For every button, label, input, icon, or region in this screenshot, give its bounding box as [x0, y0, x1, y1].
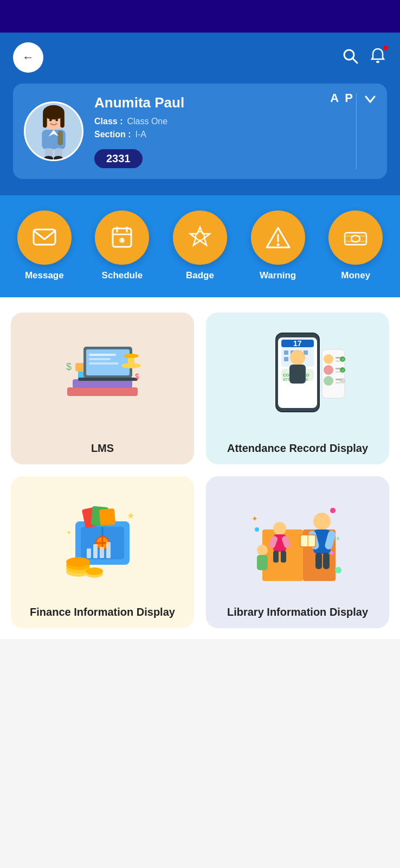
svg-rect-56 — [284, 357, 288, 361]
svg-rect-39 — [89, 358, 111, 360]
section-label: Section : — [94, 130, 131, 139]
svg-point-112 — [257, 545, 268, 556]
search-icon[interactable] — [341, 47, 359, 68]
svg-rect-113 — [257, 555, 268, 570]
svg-rect-110 — [273, 551, 279, 563]
svg-rect-38 — [89, 354, 116, 356]
notification-icon[interactable] — [369, 47, 387, 69]
svg-text:★: ★ — [336, 535, 340, 541]
svg-rect-85 — [99, 508, 116, 525]
badge-label: Badge — [186, 270, 214, 281]
warning-circle — [251, 210, 305, 265]
section-row: Section : I-A — [94, 130, 376, 139]
svg-rect-7 — [60, 112, 64, 127]
library-card[interactable]: ✦ ★ Library Information Display — [206, 476, 389, 628]
svg-rect-41 — [78, 378, 138, 381]
header-icons — [341, 47, 387, 69]
svg-point-71 — [324, 376, 333, 386]
svg-rect-104 — [315, 553, 322, 569]
lms-image: $ $ — [11, 312, 194, 435]
action-schedule[interactable]: Schedule — [95, 210, 149, 281]
svg-point-91 — [86, 567, 103, 575]
action-money[interactable]: Money — [328, 210, 383, 281]
schedule-circle — [95, 210, 149, 265]
profile-divider — [356, 93, 357, 170]
warning-label: Warning — [260, 270, 296, 281]
svg-point-106 — [273, 522, 286, 535]
svg-text:17: 17 — [293, 339, 302, 348]
svg-text:✓: ✓ — [341, 358, 345, 361]
svg-point-66 — [324, 365, 333, 375]
svg-point-24 — [196, 232, 204, 240]
svg-rect-28 — [345, 233, 366, 245]
library-label: Library Information Display — [222, 598, 373, 628]
svg-rect-95 — [93, 544, 98, 558]
svg-point-44 — [124, 354, 139, 358]
avatar — [24, 101, 83, 161]
action-message[interactable]: Message — [17, 210, 72, 281]
svg-text:$: $ — [66, 361, 72, 372]
svg-point-74 — [340, 378, 345, 384]
svg-rect-68 — [336, 371, 340, 373]
library-image: ✦ ★ — [206, 476, 389, 598]
svg-rect-6 — [43, 112, 47, 127]
svg-rect-52 — [284, 350, 288, 355]
svg-point-29 — [351, 235, 360, 242]
svg-point-116 — [330, 508, 336, 513]
svg-rect-63 — [336, 360, 340, 362]
svg-text:✓: ✓ — [341, 368, 345, 372]
svg-rect-73 — [336, 382, 340, 384]
header: ← — [0, 33, 400, 73]
status-bar — [0, 0, 400, 33]
dropdown-arrow[interactable] — [362, 91, 378, 111]
svg-rect-111 — [281, 551, 286, 563]
attendance-image: 17 CONFIRMED ATTENDANCE ✓ — [206, 312, 389, 435]
finance-card[interactable]: ★ ✦ Finance Information Display — [11, 476, 194, 628]
student-id-badge: 2331 — [94, 149, 143, 168]
class-value: Class One — [127, 117, 167, 126]
svg-text:✦: ✦ — [251, 514, 258, 523]
svg-point-16 — [55, 119, 58, 122]
svg-rect-10 — [58, 131, 63, 145]
lms-card[interactable]: $ $ LMS — [11, 312, 194, 464]
badge-circle — [173, 210, 227, 265]
class-row: Class : Class One — [94, 117, 376, 126]
main-grid: $ $ LMS 17 CONFIRMED — [0, 297, 400, 639]
svg-rect-76 — [289, 365, 306, 384]
svg-rect-96 — [100, 547, 104, 558]
svg-text:★: ★ — [127, 511, 134, 520]
svg-line-1 — [352, 58, 357, 63]
svg-rect-32 — [67, 387, 138, 396]
section-value: I-A — [136, 130, 146, 139]
message-label: Message — [25, 270, 64, 281]
message-circle — [17, 210, 72, 265]
svg-rect-105 — [323, 553, 330, 569]
profile-info: Anumita Paul Class : Class One Section :… — [94, 94, 376, 168]
actions-section: Message Schedule Badge — [0, 195, 400, 297]
profile-section: Anumita Paul Class : Class One Section :… — [0, 73, 400, 195]
svg-point-27 — [276, 244, 279, 246]
svg-point-89 — [66, 557, 90, 567]
svg-point-75 — [290, 350, 305, 365]
money-label: Money — [341, 270, 370, 281]
schedule-label: Schedule — [102, 270, 143, 281]
svg-point-100 — [313, 513, 331, 530]
lms-label: LMS — [86, 435, 119, 464]
class-label: Class : — [94, 117, 122, 126]
svg-text:$: $ — [135, 372, 139, 381]
money-circle — [328, 210, 383, 265]
attendance-card[interactable]: 17 CONFIRMED ATTENDANCE ✓ — [206, 312, 389, 464]
action-badge[interactable]: Badge — [173, 210, 227, 281]
back-icon: ← — [22, 50, 34, 65]
svg-point-117 — [255, 527, 259, 532]
back-button[interactable]: ← — [13, 42, 43, 73]
svg-rect-97 — [106, 542, 111, 558]
svg-text:✦: ✦ — [66, 529, 72, 537]
svg-point-15 — [49, 119, 52, 122]
action-warning[interactable]: Warning — [251, 210, 305, 281]
svg-point-118 — [335, 567, 341, 573]
svg-marker-23 — [190, 227, 210, 245]
svg-rect-40 — [89, 362, 119, 365]
svg-point-2 — [376, 61, 379, 63]
attendance-label: Attendance Record Display — [222, 435, 373, 464]
